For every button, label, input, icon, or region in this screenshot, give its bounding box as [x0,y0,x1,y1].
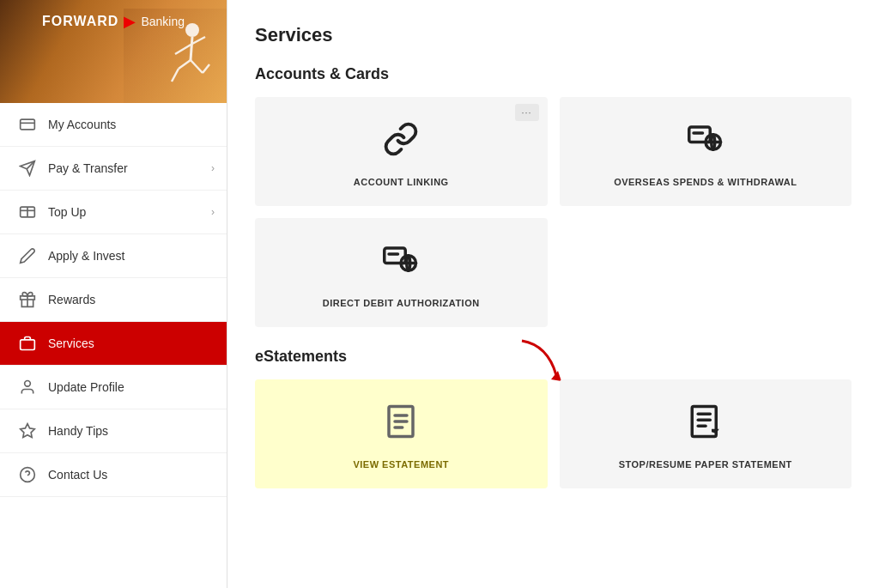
gift-card-icon [17,202,38,222]
brand-arrow-icon: ▶ [124,12,136,31]
pen-icon [17,246,38,266]
service-card-overseas-spends[interactable]: OVERSEAS SPENDS & WITHDRAWAL [560,97,852,206]
sidebar-item-handy-tips[interactable]: Handy Tips [0,409,227,453]
page-title: Services [255,24,852,46]
nav-label: My Accounts [48,118,116,131]
sidebar-item-top-up[interactable]: Top Up › [0,191,227,234]
main-content: Services Accounts & Cards ··· ACCOUNT LI… [227,0,879,588]
service-card-view-estatement[interactable]: VIEW ESTATEMENT [255,379,548,488]
card-label-stop-paper: STOP/RESUME PAPER STATEMENT [619,459,792,470]
nav-menu: My Accounts Pay & Transfer › Top Up › Ap… [0,103,227,497]
sidebar-item-my-accounts[interactable]: My Accounts [0,103,227,147]
user-icon [17,377,38,397]
svg-rect-17 [21,340,35,350]
service-card-stop-paper[interactable]: STOP/RESUME PAPER STATEMENT [560,379,852,488]
nav-label: Contact Us [48,468,107,482]
card-label-view-estatement: VIEW ESTATEMENT [353,459,449,470]
help-icon [17,464,38,485]
star-icon [17,421,38,441]
sidebar: FORWARD ▶ Banking My Accounts Pay & Tran… [0,0,227,588]
brand-banking-text: Banking [141,15,185,28]
sidebar-item-update-profile[interactable]: Update Profile [0,366,227,409]
cards-grid-0: ··· ACCOUNT LINKING OVERSEAS SPENDS & WI… [255,97,852,327]
sidebar-item-services[interactable]: Services [0,322,227,366]
nav-label: Update Profile [48,380,124,394]
section-0: Accounts & Cards ··· ACCOUNT LINKING OVE… [255,65,852,327]
section-title-0: Accounts & Cards [255,65,852,83]
service-card-account-linking[interactable]: ··· ACCOUNT LINKING [255,97,548,206]
sidebar-item-pay-transfer[interactable]: Pay & Transfer › [0,147,227,191]
nav-label: Handy Tips [48,424,108,438]
cards-grid-1: VIEW ESTATEMENT STOP/RESUME PAPER STATEM… [255,379,852,488]
card-icon-account-linking [383,121,419,165]
sidebar-item-rewards[interactable]: Rewards [0,278,227,322]
service-card-direct-debit[interactable]: DIRECT DEBIT AUTHORIZATION [255,218,548,327]
card-icon-direct-debit [383,242,419,286]
card-menu-button[interactable]: ··· [515,104,539,121]
sidebar-header: FORWARD ▶ Banking [0,0,227,103]
nav-label: Rewards [48,293,95,306]
card-icon [17,114,38,135]
empty-card-placeholder [560,218,852,327]
sidebar-item-apply-invest[interactable]: Apply & Invest [0,234,227,278]
card-icon-view-estatement [383,403,419,447]
card-label-account-linking: ACCOUNT LINKING [354,177,449,187]
send-icon [17,158,38,179]
red-arrow-indicator [513,336,565,384]
nav-label: Services [48,336,94,350]
sections-container: Accounts & Cards ··· ACCOUNT LINKING OVE… [255,65,852,488]
svg-marker-20 [21,424,35,438]
card-icon-overseas-spends [688,121,724,165]
brand-forward-text: FORWARD [42,14,118,29]
svg-rect-9 [21,119,35,130]
chevron-right-icon: › [211,206,215,218]
briefcase-icon [17,333,38,354]
card-label-direct-debit: DIRECT DEBIT AUTHORIZATION [323,298,480,308]
card-icon-stop-paper [688,403,724,447]
gift-icon [17,289,38,310]
nav-label: Top Up [48,205,86,219]
svg-point-1 [185,23,199,37]
svg-line-2 [191,37,192,60]
nav-label: Apply & Invest [48,249,125,263]
brand-logo: FORWARD ▶ Banking [42,12,185,31]
section-1: eStatements VIEW ESTATEMENT STOP/RESUME … [255,348,852,488]
chevron-right-icon: › [211,162,215,174]
sidebar-item-contact-us[interactable]: Contact Us [0,453,227,497]
nav-label: Pay & Transfer [48,161,128,175]
card-label-overseas-spends: OVERSEAS SPENDS & WITHDRAWAL [614,177,797,187]
svg-point-19 [25,381,31,387]
